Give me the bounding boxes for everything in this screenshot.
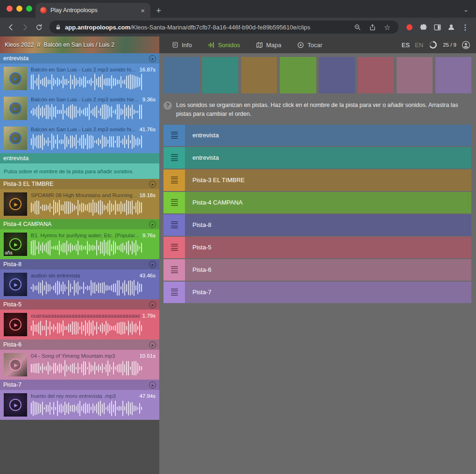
- extensions-button[interactable]: [416, 20, 430, 34]
- track-header-pista-5[interactable]: Pista-5: [0, 299, 159, 310]
- clip-waveform[interactable]: [31, 400, 156, 417]
- audio-clip[interactable]: ▶ Balcón en San Luis - Luis 2.mp3 sonido…: [0, 93, 159, 123]
- track-header-entrevista-2[interactable]: entrevista: [0, 153, 159, 163]
- track-color-swatch[interactable]: [241, 57, 277, 93]
- clip-waveform[interactable]: [31, 280, 156, 296]
- audio-clip[interactable]: ▶ ouaraaaaaaaaaaaaaaaaaaaaaaaaaaaaaaaaa.…: [0, 310, 159, 340]
- track-header-pista-3[interactable]: Pista-3 EL TIMBRE: [0, 179, 159, 189]
- clip-play-icon[interactable]: ▶: [9, 399, 21, 411]
- breadcrumb[interactable]: Kleos 2022 // Balcón en San Luis / Luis …: [0, 36, 159, 53]
- address-bar[interactable]: app.antropoloops.com/Kleos-Santa-Marina/…: [50, 21, 398, 34]
- clip-thumbnail[interactable]: ▶: [4, 353, 27, 376]
- track-row-name[interactable]: Pista-8: [185, 214, 471, 236]
- clip-play-icon[interactable]: ▶: [9, 318, 21, 331]
- track-row-pista-6[interactable]: Pista-6: [163, 259, 471, 281]
- audio-clip[interactable]: ▶ aña B1. Hymns for purifying water, Etc…: [0, 229, 159, 259]
- track-header-pista-6[interactable]: Pista-6: [0, 340, 159, 350]
- clip-waveform[interactable]: [31, 360, 156, 376]
- track-color-swatch[interactable]: [397, 57, 433, 93]
- audio-clip[interactable]: ▶ Balcón en San Luis - Luis 2.mp3 sonido…: [0, 64, 159, 93]
- back-button[interactable]: [4, 20, 18, 34]
- track-color-swatch[interactable]: [280, 57, 316, 93]
- track-play-button[interactable]: [149, 55, 156, 62]
- clip-play-icon[interactable]: ▶: [9, 72, 21, 85]
- profile-button[interactable]: [444, 20, 458, 34]
- audio-clip[interactable]: ▶ SPOAMR 08 High Mountains and Running .…: [0, 189, 159, 219]
- macos-close-button[interactable]: [7, 6, 13, 12]
- nav-info[interactable]: Info: [164, 36, 200, 53]
- clip-waveform[interactable]: [31, 134, 156, 150]
- track-color-swatch[interactable]: [435, 57, 471, 93]
- audio-clip[interactable]: ▶ huerto del rey moro entrevista .mp347.…: [0, 390, 159, 420]
- clip-play-icon[interactable]: ▶: [9, 238, 21, 250]
- drag-handle[interactable]: [163, 125, 185, 146]
- reload-button[interactable]: [32, 20, 46, 34]
- track-row-name[interactable]: Pista-6: [185, 259, 471, 281]
- track-header-entrevista-1[interactable]: entrevista: [0, 53, 159, 64]
- drag-handle[interactable]: [163, 147, 185, 169]
- clip-thumbnail[interactable]: ▶: [4, 313, 27, 336]
- track-header-pista-4[interactable]: Pista-4 CAMPANA: [0, 219, 159, 229]
- lang-en-button[interactable]: EN: [415, 42, 423, 49]
- clip-thumbnail[interactable]: ▶: [4, 67, 27, 90]
- track-row-pista-5[interactable]: Pista-5: [163, 237, 471, 258]
- clip-waveform[interactable]: [31, 320, 156, 336]
- track-header-pista-7[interactable]: Pista-7: [0, 380, 159, 390]
- browser-tab[interactable]: Play Antropoloops ×: [36, 3, 150, 18]
- track-row-name[interactable]: entrevista: [185, 147, 471, 169]
- clip-waveform[interactable]: [31, 199, 156, 216]
- track-play-button[interactable]: [149, 221, 156, 228]
- lang-es-button[interactable]: ES: [402, 42, 410, 49]
- clip-play-icon[interactable]: ▶: [9, 198, 21, 210]
- clip-play-icon[interactable]: ▶: [9, 278, 21, 290]
- track-row-name[interactable]: Pista-3 EL TIMBRE: [185, 170, 471, 191]
- new-tab-button[interactable]: +: [156, 6, 161, 15]
- track-play-button[interactable]: [149, 181, 156, 188]
- track-play-button[interactable]: [149, 341, 156, 348]
- track-row-name[interactable]: Pista-5: [185, 237, 471, 258]
- drag-handle[interactable]: [163, 170, 185, 191]
- track-color-swatch[interactable]: [163, 57, 199, 93]
- clip-thumbnail[interactable]: ▶: [4, 97, 27, 120]
- track-row-pista-7[interactable]: Pista-7: [163, 282, 471, 303]
- zoom-button[interactable]: [352, 21, 363, 33]
- track-row-name[interactable]: Pista-7: [185, 282, 471, 303]
- drag-handle[interactable]: [163, 192, 185, 213]
- nav-tocar[interactable]: Tocar: [289, 36, 330, 53]
- clip-waveform[interactable]: [31, 104, 156, 120]
- account-icon[interactable]: [462, 41, 470, 50]
- track-row-name[interactable]: entrevista: [185, 125, 471, 146]
- track-header-pista-8[interactable]: Pista-8: [0, 259, 159, 269]
- track-play-button[interactable]: [149, 261, 156, 268]
- share-button[interactable]: [367, 21, 378, 33]
- track-play-button[interactable]: [149, 382, 156, 389]
- clip-play-icon[interactable]: ▶: [9, 132, 21, 144]
- audio-clip[interactable]: ▶ 04 - Song of Yimeng Mountain.mp310.51s: [0, 350, 159, 380]
- clip-waveform[interactable]: [31, 74, 156, 90]
- track-play-button[interactable]: [149, 301, 156, 308]
- drag-handle[interactable]: [163, 282, 185, 303]
- nav-mapa[interactable]: Mapa: [248, 36, 290, 53]
- clip-thumbnail[interactable]: ▶: [4, 127, 27, 150]
- audio-clip[interactable]: ▶ audion sin entrevista43.46s: [0, 269, 159, 299]
- breadcrumb-project[interactable]: Kleos 2022: [5, 42, 34, 48]
- recording-extension-button[interactable]: [402, 20, 416, 34]
- clip-play-icon[interactable]: ▶: [9, 102, 21, 114]
- clip-waveform[interactable]: [31, 240, 156, 256]
- audio-clip[interactable]: ▶ Balcón en San Luis - Luis 2.mp3 sonido…: [0, 123, 159, 153]
- track-color-swatch[interactable]: [358, 57, 394, 93]
- drag-handle[interactable]: [163, 237, 185, 258]
- clip-thumbnail[interactable]: ▶ aña: [4, 233, 27, 256]
- clip-thumbnail[interactable]: ▶: [4, 192, 27, 216]
- drag-handle[interactable]: [163, 259, 185, 281]
- track-row-pista-4[interactable]: Pista-4 CAMPANA: [163, 192, 471, 213]
- drag-handle[interactable]: [163, 214, 185, 236]
- track-color-swatch[interactable]: [319, 57, 355, 93]
- tab-search-chevron-icon[interactable]: ⌄: [463, 6, 469, 13]
- nav-sonidos[interactable]: Sonidos: [200, 36, 248, 53]
- clip-play-icon[interactable]: ▶: [9, 359, 21, 371]
- clip-thumbnail[interactable]: ▶: [4, 393, 27, 417]
- track-row-entrevista-1[interactable]: entrevista: [163, 125, 471, 146]
- clip-thumbnail[interactable]: ▶: [4, 273, 27, 296]
- side-panel-button[interactable]: [430, 20, 444, 34]
